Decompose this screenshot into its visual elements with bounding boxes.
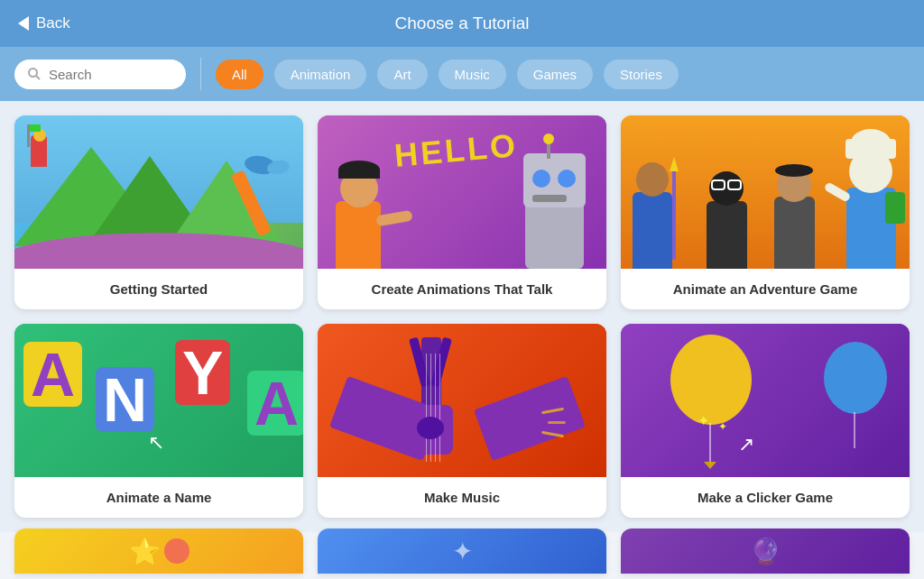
filter-art[interactable]: Art <box>377 60 427 89</box>
partial-card-1[interactable]: ⭐ <box>14 528 303 574</box>
card-image-name: A N Y A ↖ <box>14 324 303 477</box>
tutorial-card-adventure[interactable]: Animate an Adventure Game <box>621 115 910 309</box>
filter-stories[interactable]: Stories <box>604 60 679 89</box>
filter-divider <box>200 58 201 90</box>
back-label: Back <box>36 14 70 32</box>
card-label-name: Animate a Name <box>14 477 303 518</box>
partial-card-2-image: ✦ <box>318 528 606 574</box>
card-label-animations-talk: Create Animations That Talk <box>318 269 606 309</box>
card-image-animations-talk: HELLO <box>318 115 606 269</box>
tutorial-card-clicker[interactable]: ✦ ✦ ↗ Make a Clicker Game <box>621 324 910 518</box>
partial-card-1-image: ⭐ <box>14 528 303 574</box>
filter-music[interactable]: Music <box>439 60 506 89</box>
page-title: Choose a Tutorial <box>395 14 530 33</box>
card-label-getting-started: Getting Started <box>14 269 303 309</box>
back-arrow-icon <box>18 16 29 31</box>
card-label-music: Make Music <box>318 477 606 518</box>
partial-card-2[interactable]: ✦ <box>318 528 606 574</box>
tutorial-card-animations-talk[interactable]: HELLO <box>318 115 606 309</box>
search-icon <box>27 67 42 81</box>
partial-cards-row: ⭐ ✦ 🔮 <box>0 528 924 574</box>
header: Back Choose a Tutorial <box>0 0 924 47</box>
card-label-adventure: Animate an Adventure Game <box>621 269 910 309</box>
tutorial-card-music[interactable]: Make Music <box>318 324 606 518</box>
tutorial-card-name[interactable]: A N Y A ↖ Animate a Name <box>14 324 303 518</box>
svg-point-0 <box>29 69 37 77</box>
partial-card-3-image: 🔮 <box>621 528 910 574</box>
back-button[interactable]: Back <box>18 14 70 32</box>
card-image-getting-started <box>14 115 303 269</box>
filter-animation[interactable]: Animation <box>274 60 367 89</box>
tutorial-card-getting-started[interactable]: Getting Started <box>14 115 303 309</box>
card-label-clicker: Make a Clicker Game <box>621 477 910 518</box>
partial-card-3[interactable]: 🔮 <box>621 528 910 574</box>
search-container[interactable] <box>14 60 186 89</box>
filter-bar: All Animation Art Music Games Stories <box>0 47 924 101</box>
card-image-clicker: ✦ ✦ ↗ <box>621 324 910 477</box>
card-image-adventure <box>621 115 910 269</box>
filter-games[interactable]: Games <box>517 60 593 89</box>
search-input[interactable] <box>49 67 166 82</box>
tutorials-grid: Getting Started HELLO <box>0 101 924 532</box>
card-image-music <box>318 324 606 477</box>
filter-all[interactable]: All <box>216 60 263 89</box>
svg-line-1 <box>36 76 40 79</box>
